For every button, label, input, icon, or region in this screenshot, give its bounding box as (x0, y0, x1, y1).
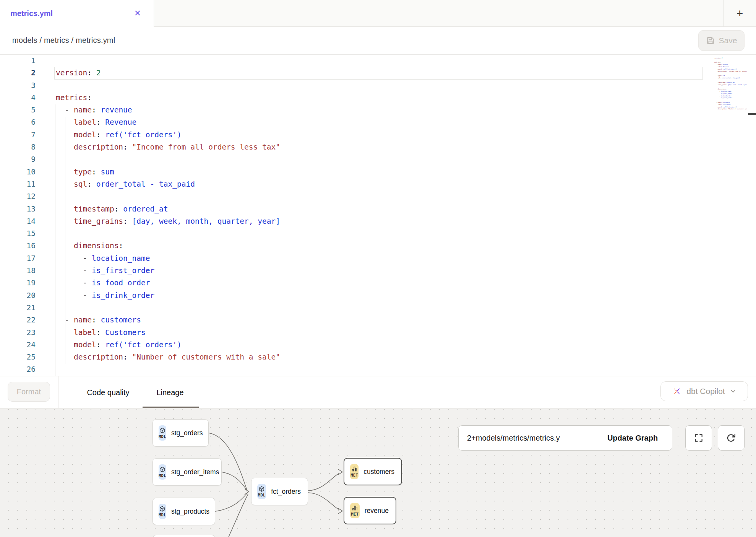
badge-text: MDL (258, 493, 266, 497)
code-line-11: sql: order_total - tax_paid (0, 178, 280, 190)
format-button[interactable]: Format (8, 382, 50, 402)
lineage-node-customers[interactable]: METcustomers (344, 458, 402, 485)
code-line-7: model: ref('fct_orders') (0, 129, 280, 141)
save-label: Save (719, 36, 737, 45)
code-line-18: - is_first_order (0, 265, 280, 277)
dbt-copilot-label: dbt Copilot (686, 387, 725, 396)
lineage-node-stg_orders[interactable]: MDLstg_orders (152, 419, 209, 447)
model-cube-icon (159, 427, 165, 434)
code-line-15 (0, 228, 280, 240)
lineage-node-stg_products[interactable]: MDLstg_products (152, 498, 215, 525)
code-line-8: description: "Income from all orders les… (0, 141, 280, 153)
node-label: customers (363, 468, 394, 476)
new-tab-zone: + (723, 0, 756, 27)
refresh-button[interactable] (718, 425, 745, 451)
code-line-14: time_grains: [day, week, month, quarter,… (0, 215, 280, 228)
toolbar-divider (58, 376, 58, 408)
model-cube-icon (159, 466, 165, 473)
lineage-edge-4 (308, 474, 339, 491)
node-selector-input[interactable] (459, 426, 593, 450)
breadcrumb: models / metrics / metrics.yml (12, 36, 115, 45)
tab-bar-empty-area (154, 0, 756, 27)
dbt-ide-window: metrics.yml ✕ + models / metrics / metri… (0, 0, 756, 537)
mdl-badge: MDL (159, 425, 166, 441)
dbt-copilot-button[interactable]: dbt Copilot (660, 381, 748, 401)
lineage-edge-3 (229, 494, 248, 537)
code-line-6: label: Revenue (0, 116, 280, 129)
badge-text: MDL (159, 434, 166, 439)
code-line-25: description: "Number of customers with a… (0, 351, 280, 363)
badge-text: MDL (159, 473, 166, 478)
node-label: revenue (365, 507, 389, 515)
fullscreen-button[interactable] (685, 425, 712, 451)
save-button[interactable]: Save (698, 30, 745, 51)
edge-arrowhead-2 (338, 508, 342, 514)
code-line-1 (0, 55, 280, 67)
code-line-9 (0, 153, 280, 166)
met-badge: MET (350, 503, 360, 518)
code-line-4: metrics: (0, 92, 280, 104)
tab-bar: metrics.yml ✕ + (0, 0, 756, 27)
code-line-12 (0, 190, 280, 203)
code-line-22: - name: customers (0, 314, 280, 326)
code-line-23: label: Customers (0, 327, 280, 339)
code-line-2: version: 2 (0, 67, 280, 79)
minimap[interactable]: version: 2metrics: - name: revenue label… (704, 55, 747, 376)
tab-lineage[interactable]: Lineage (153, 376, 187, 408)
met-badge: MET (350, 464, 359, 479)
model-cube-icon (159, 506, 165, 512)
lineage-node-stg_order_items[interactable]: MDLstg_order_items (152, 458, 222, 486)
tab-metrics-yml[interactable]: metrics.yml ✕ (0, 0, 154, 27)
badge-text: MDL (159, 513, 166, 517)
lineage-edge-1 (222, 472, 247, 490)
node-label: stg_order_items (171, 468, 219, 476)
lineage-canvas[interactable]: MDLstg_ordersMDLstg_order_itemsMDLstg_pr… (0, 408, 756, 537)
model-cube-icon (258, 486, 265, 492)
node-label: stg_products (171, 508, 209, 516)
node-label: fct_orders (271, 488, 301, 496)
code-area[interactable]: 1234567891011121314151617181920212223242… (0, 55, 703, 376)
mdl-badge: MDL (159, 464, 166, 480)
code-line-19: - is_food_order (0, 277, 280, 289)
overview-ruler-cursor-marker (748, 113, 756, 115)
badge-text: MET (350, 473, 358, 477)
code-line-5: - name: revenue (0, 104, 280, 116)
tab-code-quality[interactable]: Code quality (80, 376, 136, 408)
dbt-copilot-icon (672, 386, 682, 396)
refresh-icon (726, 433, 736, 443)
lineage-node-offscreen-node[interactable] (152, 535, 215, 537)
mdl-badge: MDL (159, 504, 166, 519)
code-line-10: type: sum (0, 166, 280, 178)
code-editor: 1234567891011121314151617181920212223242… (0, 55, 756, 376)
active-tab-underline (143, 407, 199, 408)
code-lines: version: 2metrics: - name: revenue label… (0, 55, 280, 376)
metric-chart-icon (351, 466, 358, 472)
chevron-down-icon (730, 388, 737, 395)
code-line-20: - is_drink_order (0, 290, 280, 302)
lineage-edge-2 (215, 493, 247, 511)
editor-bottom-toolbar: Format Code quality Lineage dbt Copilot (0, 376, 756, 408)
node-selector-group: Update Graph (458, 425, 672, 451)
code-line-21 (0, 302, 280, 314)
graph-controls: Update Graph (458, 425, 672, 451)
badge-text: MET (351, 512, 359, 516)
update-graph-button[interactable]: Update Graph (593, 426, 672, 450)
tab-label: metrics.yml (10, 9, 53, 18)
close-tab-icon[interactable]: ✕ (132, 8, 143, 19)
lineage-edge-5 (308, 493, 339, 509)
code-line-16: dimensions: (0, 240, 280, 252)
minimap-content: version: 2metrics: - name: revenue label… (704, 55, 747, 112)
file-header-bar: models / metrics / metrics.yml Save (0, 27, 756, 55)
edge-arrowhead-1 (338, 469, 342, 475)
new-tab-button[interactable]: + (732, 6, 748, 21)
lineage-node-fct_orders[interactable]: MDLfct_orders (251, 478, 308, 505)
code-line-26 (704, 110, 747, 112)
node-label: stg_orders (171, 429, 203, 437)
fullscreen-icon (694, 433, 704, 443)
mdl-badge: MDL (257, 484, 266, 499)
lineage-node-revenue[interactable]: METrevenue (344, 497, 396, 524)
overview-ruler[interactable] (747, 55, 756, 376)
code-line-24: model: ref('fct_orders') (0, 339, 280, 351)
metric-chart-icon (352, 505, 358, 511)
save-icon (706, 36, 715, 45)
